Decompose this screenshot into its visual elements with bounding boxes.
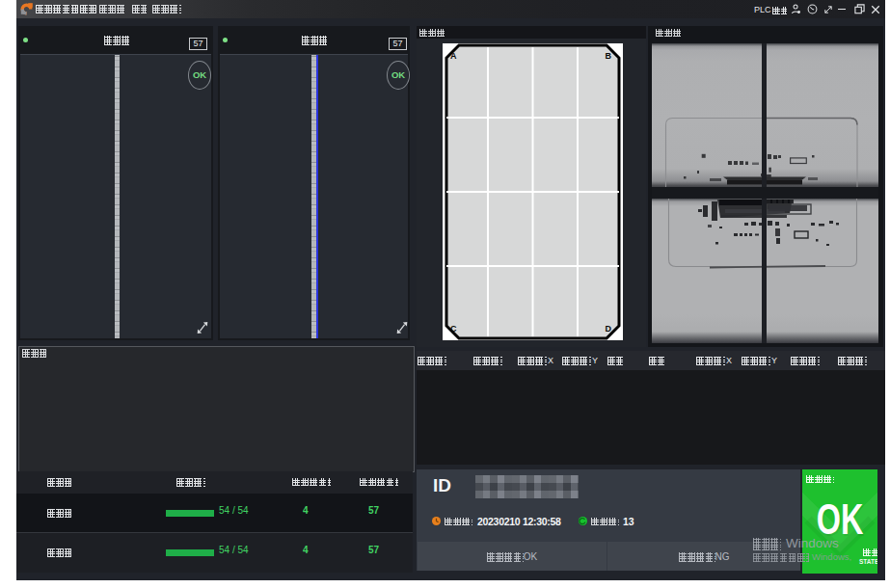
svg-text:C: C	[450, 324, 457, 334]
svg-text:B: B	[605, 51, 611, 61]
svg-text:D: D	[605, 324, 611, 334]
svg-text:A: A	[450, 51, 457, 61]
